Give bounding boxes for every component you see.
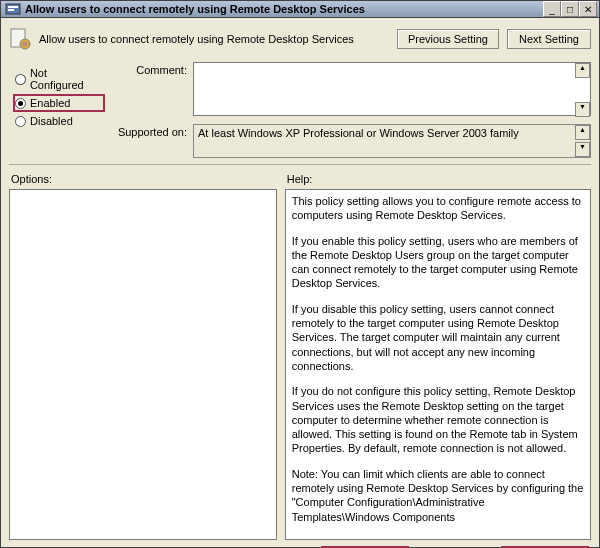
policy-icon [5, 1, 21, 17]
supported-label: Supported on: [111, 124, 187, 158]
content-area: Allow users to connect remotely using Re… [1, 18, 599, 548]
radio-label: Not Configured [30, 67, 103, 91]
supported-scroll-down[interactable]: ▼ [575, 142, 590, 157]
help-paragraph: If you enable this policy setting, users… [292, 234, 584, 291]
radio-icon [15, 98, 26, 109]
help-paragraph: If you disable this policy setting, user… [292, 302, 584, 373]
header-row: Allow users to connect remotely using Re… [9, 24, 591, 54]
footer-buttons: OK Cancel Apply [9, 540, 591, 548]
svg-rect-5 [23, 42, 27, 46]
options-label: Options: [9, 173, 277, 189]
help-panel[interactable]: This policy setting allows you to config… [285, 189, 591, 540]
comment-label: Comment: [111, 62, 187, 118]
separator [9, 164, 591, 165]
supported-value: At least Windows XP Professional or Wind… [198, 127, 519, 139]
comment-input[interactable] [193, 62, 591, 116]
minimize-button[interactable]: _ [543, 1, 561, 17]
policy-doc-icon [9, 28, 31, 50]
window-controls: _ □ ✕ [543, 1, 597, 17]
next-setting-button[interactable]: Next Setting [507, 29, 591, 49]
help-paragraph: If you do not configure this policy sett… [292, 384, 584, 455]
radio-icon [15, 116, 26, 127]
radio-not-configured[interactable]: Not Configured [13, 64, 105, 94]
help-paragraph: Note: You can limit which clients are ab… [292, 467, 584, 524]
svg-rect-1 [8, 6, 18, 8]
help-column: Help: This policy setting allows you to … [285, 173, 591, 540]
maximize-button[interactable]: □ [561, 1, 579, 17]
comment-row: Comment: ▲ ▼ [111, 62, 591, 118]
window-title: Allow users to connect remotely using Re… [25, 3, 543, 15]
radio-enabled[interactable]: Enabled [13, 94, 105, 112]
radio-label: Disabled [30, 115, 73, 127]
help-paragraph: This policy setting allows you to config… [292, 194, 584, 223]
comment-scroll-up[interactable]: ▲ [575, 63, 590, 78]
lower-panels: Options: Help: This policy setting allow… [9, 173, 591, 540]
previous-setting-button[interactable]: Previous Setting [397, 29, 499, 49]
radio-disabled[interactable]: Disabled [13, 112, 105, 130]
svg-rect-2 [8, 9, 14, 11]
supported-scroll-up[interactable]: ▲ [575, 125, 590, 140]
policy-title: Allow users to connect remotely using Re… [39, 33, 389, 45]
config-row: Not Configured Enabled Disabled Comment: [9, 54, 591, 160]
state-radios: Not Configured Enabled Disabled [13, 62, 105, 158]
close-button[interactable]: ✕ [579, 1, 597, 17]
comment-scroll-down[interactable]: ▼ [575, 102, 590, 117]
options-panel[interactable] [9, 189, 277, 540]
help-label: Help: [285, 173, 591, 189]
titlebar[interactable]: Allow users to connect remotely using Re… [1, 1, 599, 18]
fields: Comment: ▲ ▼ Supported on: [111, 62, 591, 158]
dialog-window: Allow users to connect remotely using Re… [0, 0, 600, 548]
radio-label: Enabled [30, 97, 70, 109]
radio-icon [15, 74, 26, 85]
supported-on-box: At least Windows XP Professional or Wind… [193, 124, 591, 158]
options-column: Options: [9, 173, 277, 540]
supported-row: Supported on: At least Windows XP Profes… [111, 124, 591, 158]
